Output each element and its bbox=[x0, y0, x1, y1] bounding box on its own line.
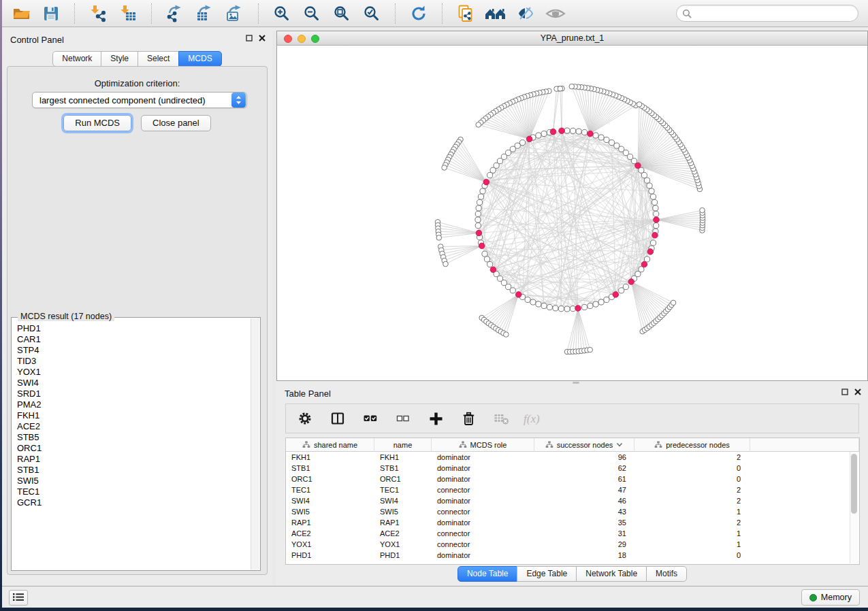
table-scrollbar-thumb[interactable] bbox=[851, 454, 857, 514]
table-cell[interactable]: YOX1 bbox=[286, 539, 374, 550]
zoom-out-button[interactable] bbox=[302, 4, 321, 23]
table-cell[interactable]: 2 bbox=[634, 517, 750, 528]
mcds-result-item[interactable]: SWI5 bbox=[17, 476, 251, 486]
table-cell[interactable]: SWI4 bbox=[374, 495, 432, 506]
tab-network-table[interactable]: Network Table bbox=[576, 566, 647, 582]
close-panel-icon[interactable] bbox=[259, 35, 266, 42]
zoom-selected-button[interactable] bbox=[362, 4, 381, 23]
zoom-in-button[interactable] bbox=[272, 4, 291, 23]
memory-button[interactable]: Memory bbox=[801, 589, 860, 606]
add-column-button[interactable] bbox=[428, 410, 444, 427]
export-network-button[interactable] bbox=[165, 4, 184, 23]
search-box[interactable] bbox=[676, 5, 858, 22]
column-header-name[interactable]: name bbox=[374, 438, 432, 452]
table-cell[interactable]: ACE2 bbox=[286, 528, 374, 539]
table-cell[interactable]: 0 bbox=[634, 474, 750, 484]
mcds-result-item[interactable]: STP4 bbox=[17, 345, 251, 356]
zoom-fit-button[interactable] bbox=[332, 4, 351, 23]
select-all-rows-button[interactable] bbox=[362, 410, 379, 427]
toggle-graphics-button[interactable] bbox=[516, 4, 535, 23]
table-cell[interactable]: connector bbox=[432, 539, 534, 550]
table-cell[interactable]: FKH1 bbox=[286, 452, 374, 463]
close-panel-button[interactable]: Close panel bbox=[141, 115, 211, 131]
mcds-result-item[interactable]: GCR1 bbox=[17, 497, 251, 508]
table-cell[interactable]: YOX1 bbox=[374, 539, 432, 550]
mcds-result-item[interactable]: PHD1 bbox=[17, 323, 251, 334]
table-cell[interactable]: 2 bbox=[634, 495, 750, 506]
table-cell[interactable]: ORC1 bbox=[374, 474, 432, 484]
delete-column-button[interactable] bbox=[460, 410, 477, 427]
table-cell[interactable]: STB1 bbox=[374, 463, 432, 474]
mcds-result-item[interactable]: TID3 bbox=[17, 356, 251, 367]
table-cell[interactable]: 2 bbox=[634, 452, 750, 463]
toggle-column-panel-button[interactable] bbox=[329, 410, 346, 427]
mcds-result-item[interactable]: RAP1 bbox=[17, 454, 251, 465]
table-cell[interactable]: TEC1 bbox=[374, 484, 432, 495]
table-cell[interactable]: 46 bbox=[534, 495, 634, 506]
table-cell[interactable]: 96 bbox=[534, 452, 634, 463]
table-cell[interactable]: 62 bbox=[534, 463, 634, 474]
mcds-result-item[interactable]: TEC1 bbox=[17, 486, 251, 497]
mcds-result-item[interactable]: STB1 bbox=[17, 465, 251, 476]
open-session-button[interactable] bbox=[12, 4, 31, 23]
close-table-panel-icon[interactable] bbox=[854, 389, 861, 395]
column-header-predecessor-nodes[interactable]: predecessor nodes bbox=[634, 438, 750, 452]
search-input[interactable] bbox=[695, 9, 852, 18]
table-cell[interactable]: ACE2 bbox=[374, 528, 432, 539]
mcds-result-item[interactable]: PMA2 bbox=[17, 399, 251, 410]
export-table-button[interactable] bbox=[195, 4, 214, 23]
table-cell[interactable]: connector bbox=[432, 528, 534, 539]
save-session-button[interactable] bbox=[42, 4, 61, 23]
refresh-layout-button[interactable] bbox=[409, 4, 428, 23]
table-settings-button[interactable] bbox=[297, 410, 313, 427]
table-cell[interactable]: 31 bbox=[534, 528, 634, 539]
table-cell[interactable]: RAP1 bbox=[286, 517, 374, 528]
table-cell[interactable]: STB1 bbox=[286, 463, 374, 474]
table-cell[interactable]: 35 bbox=[534, 517, 634, 528]
table-cell[interactable]: PHD1 bbox=[374, 550, 432, 561]
table-cell[interactable]: 47 bbox=[534, 484, 634, 495]
mcds-result-item[interactable]: FKH1 bbox=[17, 410, 251, 421]
table-cell[interactable]: dominator bbox=[432, 463, 534, 474]
tab-style[interactable]: Style bbox=[101, 51, 138, 67]
run-mcds-button[interactable]: Run MCDS bbox=[63, 115, 131, 131]
table-cell[interactable]: 0 bbox=[634, 550, 750, 561]
table-cell[interactable]: dominator bbox=[432, 495, 534, 506]
table-cell[interactable]: 61 bbox=[534, 474, 634, 484]
mcds-result-item[interactable]: CAR1 bbox=[17, 334, 251, 345]
float-table-panel-icon[interactable] bbox=[841, 389, 848, 395]
table-cell[interactable]: PHD1 bbox=[286, 550, 374, 561]
table-cell[interactable]: dominator bbox=[432, 474, 534, 484]
table-cell[interactable]: ORC1 bbox=[286, 474, 374, 484]
mcds-result-list[interactable]: PHD1CAR1STP4TID3YOX1SWI4SRD1PMA2FKH1ACE2… bbox=[12, 318, 251, 569]
mcds-result-item[interactable]: ORC1 bbox=[17, 443, 251, 454]
mcds-result-item[interactable]: SWI4 bbox=[17, 378, 251, 389]
table-cell[interactable]: dominator bbox=[432, 517, 534, 528]
table-cell[interactable]: dominator bbox=[432, 550, 534, 561]
table-cell[interactable]: 1 bbox=[634, 539, 750, 550]
table-cell[interactable]: SWI5 bbox=[374, 506, 432, 517]
tab-mcds[interactable]: MCDS bbox=[178, 51, 221, 67]
table-cell[interactable]: SWI4 bbox=[286, 495, 374, 506]
table-scrollbar[interactable] bbox=[850, 452, 858, 563]
column-header-successor-nodes[interactable]: successor nodes bbox=[534, 438, 634, 452]
home-button[interactable] bbox=[486, 4, 505, 23]
column-header-MCDS-role[interactable]: MCDS role bbox=[432, 438, 534, 452]
table-cell[interactable]: 0 bbox=[634, 463, 750, 474]
mcds-result-item[interactable]: ACE2 bbox=[17, 421, 251, 432]
float-panel-icon[interactable] bbox=[246, 35, 253, 42]
table-cell[interactable]: RAP1 bbox=[374, 517, 432, 528]
tab-network[interactable]: Network bbox=[52, 51, 101, 67]
table-cell[interactable]: TEC1 bbox=[286, 484, 374, 495]
table-cell[interactable]: 1 bbox=[634, 528, 750, 539]
import-network-button[interactable] bbox=[89, 4, 108, 23]
tab-select[interactable]: Select bbox=[138, 51, 179, 67]
task-history-button[interactable] bbox=[9, 590, 28, 606]
network-graph[interactable] bbox=[277, 46, 867, 380]
criterion-dropdown[interactable]: largest connected component (undirected) bbox=[32, 92, 247, 108]
export-image-button[interactable] bbox=[225, 4, 244, 23]
network-canvas[interactable] bbox=[277, 46, 867, 380]
mcds-result-item[interactable]: SRD1 bbox=[17, 389, 251, 399]
table-cell[interactable]: 2 bbox=[634, 484, 750, 495]
mcds-result-item[interactable]: STB5 bbox=[17, 432, 251, 443]
